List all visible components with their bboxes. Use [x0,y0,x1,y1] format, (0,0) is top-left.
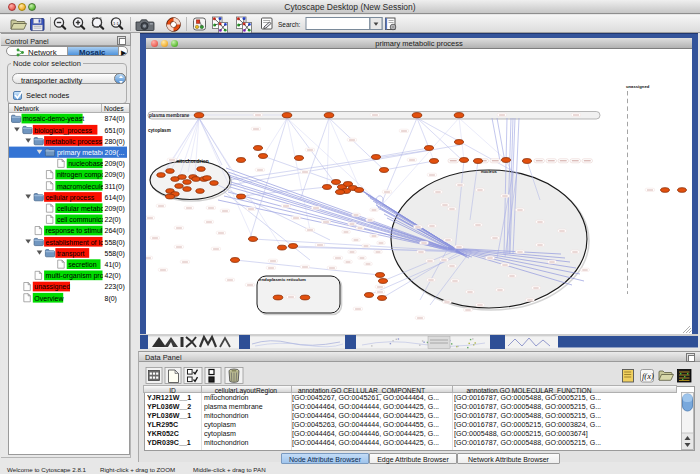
svg-text:mitochondrion: mitochondrion [175,159,209,164]
svg-text:f(x): f(x) [642,371,654,381]
svg-text:8(0): 8(0) [105,294,117,302]
svg-text:unassigned: unassigned [626,84,650,89]
svg-text:multi-organism pro: multi-organism pro [46,272,104,280]
svg-text:biological_process: biological_process [34,126,92,134]
svg-text:metabolic process: metabolic process [46,137,103,145]
svg-text:22(0): 22(0) [105,216,121,224]
svg-text:mosaic-demo-yeast: mosaic-demo-yeast [23,115,84,123]
svg-text:establishment of lo: establishment of lo [46,238,104,245]
svg-text:558(0): 558(0) [105,249,125,257]
svg-text:transport: transport [57,249,85,257]
svg-text:cytoplasm: cytoplasm [148,128,171,133]
svg-text:nitrogen compou: nitrogen compou [57,171,109,179]
svg-text:209(...: 209(... [105,149,125,157]
svg-text:Search:: Search: [278,21,301,28]
svg-text:209(0): 209(0) [105,171,125,179]
svg-text:cell communicat: cell communicat [57,216,107,223]
svg-text:42(0): 42(0) [105,272,121,280]
svg-text:unassigned: unassigned [34,283,70,291]
svg-text:264(0): 264(0) [105,227,125,235]
svg-text:macromolecule: macromolecule [57,182,105,189]
svg-text:response to stimul: response to stimul [46,227,103,235]
svg-text:Overview: Overview [34,294,64,301]
svg-text:cellular process: cellular process [46,193,95,201]
svg-text:311(0): 311(0) [105,182,125,190]
svg-text:223(0): 223(0) [105,283,125,291]
svg-text:nucleus: nucleus [481,169,497,174]
svg-text:1:1: 1:1 [113,21,119,26]
svg-text:41(0): 41(0) [105,261,121,269]
svg-text:558(0): 558(0) [105,238,125,246]
svg-text:endoplasmic reticulum: endoplasmic reticulum [259,277,306,282]
svg-text:651(0): 651(0) [105,126,125,134]
svg-text:209(0): 209(0) [105,160,125,168]
svg-text:secretion: secretion [68,261,97,268]
svg-text:614(0): 614(0) [105,193,125,201]
svg-text:874(0): 874(0) [105,115,125,123]
svg-text:cellular metabol: cellular metabol [57,205,106,212]
svg-text:280(0): 280(0) [105,137,125,145]
svg-text:209(0): 209(0) [105,205,125,213]
